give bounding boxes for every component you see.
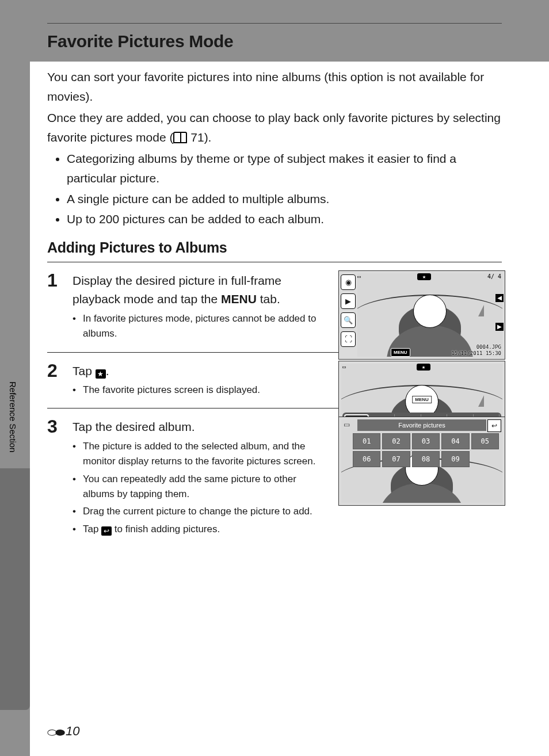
menu-button[interactable]: MENU (391, 348, 410, 357)
intro-bullet: Categorizing albums by theme or type of … (67, 149, 502, 188)
battery-icon: ▭ (344, 421, 350, 429)
page-number: 10 (66, 724, 79, 739)
album-cell[interactable]: 06 (353, 451, 380, 467)
expand-icon[interactable]: ⛶ (341, 331, 356, 347)
step-3: 3 Tap the desired album. The picture is … (47, 408, 502, 539)
prev-icon[interactable]: ▶ (495, 294, 504, 302)
favorite-star-icon[interactable]: ★ (417, 273, 431, 280)
step-note: Tap ↩ to finish adding pictures. (73, 522, 329, 537)
back-icon: ↩ (101, 526, 112, 536)
step-number: 3 (47, 417, 73, 539)
album-cell[interactable]: 03 (412, 433, 440, 449)
album-cell[interactable]: 07 (382, 451, 410, 467)
album-grid: 01 02 03 04 05 06 07 08 09 (353, 433, 499, 467)
camera-screen-albums: ▭ Favorite pictures ↩ 01 02 03 04 05 06 … (338, 417, 505, 506)
image-counter: 4/ 4 (487, 273, 501, 284)
step-note: You can repeatedly add the same picture … (73, 472, 329, 502)
rule-above-title (47, 23, 502, 24)
back-button[interactable]: ↩ (487, 419, 501, 432)
intro-paragraph-2: Once they are added, you can choose to p… (47, 108, 502, 147)
page-title: Favorite Pictures Mode (47, 32, 502, 51)
album-cell[interactable]: 09 (441, 451, 469, 467)
play-icon[interactable]: ▶ (341, 293, 356, 309)
section-heading: Adding Pictures to Albums (47, 239, 502, 256)
page-footer: ⬭⬬ 10 (47, 724, 79, 739)
step-note: Drag the current picture to change the p… (73, 504, 329, 519)
battery-icon: ▭ (342, 364, 346, 374)
intro-bullet: A single picture can be added to multipl… (67, 189, 502, 209)
menu-label: MENU (412, 396, 432, 403)
favorite-star-icon: ★ (417, 364, 430, 371)
camera-screen-playback: ◉ ▶ 🔍 ⛶ ▭ ★ 4/ 4 (338, 270, 505, 360)
battery-icon: ▭ (357, 273, 361, 284)
next-icon[interactable]: ▶ (495, 323, 504, 331)
intro-bullet: Up to 200 pictures can be added to each … (67, 209, 502, 229)
margin-dark-strip (0, 468, 30, 710)
album-cell[interactable]: 04 (441, 433, 469, 449)
album-cell[interactable]: 02 (382, 433, 410, 449)
album-cell[interactable]: 05 (471, 433, 499, 449)
file-info: 0004.JPG 15/11/2011 15:30 (451, 344, 501, 357)
zoom-icon[interactable]: 🔍 (341, 312, 356, 328)
step-number: 1 (47, 270, 73, 344)
intro-bullets: Categorizing albums by theme or type of … (47, 149, 502, 228)
album-cell[interactable]: 01 (353, 433, 380, 449)
step-title: Tap the desired album. (73, 418, 329, 437)
album-cell[interactable]: 08 (412, 451, 440, 467)
camera-icon[interactable]: ◉ (341, 274, 356, 290)
step-1: 1 Display the desired picture in full-fr… (47, 262, 502, 344)
step-title: Display the desired picture in full-fram… (73, 272, 329, 309)
book-icon (173, 132, 187, 143)
step-note: The picture is added to the selected alb… (73, 439, 329, 469)
manual-page: Reference Section Favorite Pictures Mode… (0, 0, 549, 756)
section-tab: Reference Section (6, 368, 20, 466)
step-note: The favorite pictures screen is displaye… (73, 383, 329, 398)
step-title: Tap ★. (73, 362, 329, 381)
step-number: 2 (47, 361, 73, 400)
album-cell-empty (471, 451, 499, 466)
favorite-star-icon: ★ (96, 369, 106, 379)
link-chain-icon: ⬭⬬ (47, 726, 63, 739)
album-header: Favorite pictures (357, 419, 486, 431)
menu-label: MENU (221, 292, 257, 306)
intro-paragraph-1: You can sort your favorite pictures into… (47, 67, 502, 106)
step-note: In favorite pictures mode, pictures cann… (73, 311, 329, 342)
